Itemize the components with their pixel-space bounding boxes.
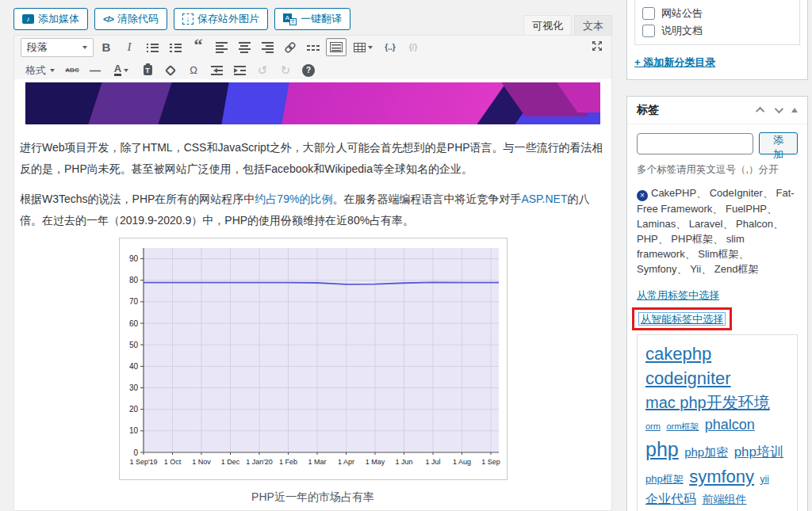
- tag-cloud: cakephp codeigniter mac php开发环境 orm orm框…: [637, 334, 798, 511]
- tag-input[interactable]: [637, 133, 753, 154]
- tag-cloud-item[interactable]: phalcon: [705, 417, 755, 433]
- tab-visual[interactable]: 可视化: [523, 15, 572, 35]
- special-char-button[interactable]: Ω: [183, 61, 204, 79]
- category-item: 网站公告: [642, 6, 799, 21]
- add-media-icon: ♪: [22, 14, 34, 24]
- paragraph-format-value: 段落: [27, 40, 48, 55]
- tag-cloud-item[interactable]: codeigniter: [645, 368, 731, 388]
- share-79-link[interactable]: 约占79%的比例: [255, 193, 332, 205]
- indent-button[interactable]: [229, 61, 250, 79]
- indent-icon: [234, 66, 246, 75]
- svg-text:1 May: 1 May: [365, 458, 385, 466]
- undo-button[interactable]: ↺: [252, 61, 273, 79]
- toolbar-toggle-button[interactable]: [326, 38, 347, 56]
- tag-cloud-item[interactable]: orm: [645, 421, 661, 431]
- formats-dropdown[interactable]: 格式: [21, 61, 59, 79]
- code-slash-icon: {/}: [409, 43, 418, 51]
- move-down-icon[interactable]: [775, 105, 783, 113]
- bullet-list-button[interactable]: [142, 38, 163, 56]
- chart-caption: PHP近一年的市场占有率: [14, 490, 611, 505]
- table-button[interactable]: [349, 38, 377, 56]
- fullscreen-icon: [591, 40, 603, 52]
- blockquote-button[interactable]: “: [188, 38, 209, 56]
- svg-text:70: 70: [128, 297, 138, 306]
- category-checkbox[interactable]: [642, 7, 655, 20]
- chevron-down-icon: [124, 69, 128, 72]
- tag-cloud-item[interactable]: cakephp: [645, 344, 711, 364]
- align-right-button[interactable]: [257, 38, 278, 56]
- outdent-button[interactable]: [206, 61, 227, 79]
- svg-text:10: 10: [128, 426, 138, 435]
- editor-content[interactable]: 进行Web项目开发，除了HTML，CSS和JavaScript之外，大部分人可能…: [13, 79, 612, 511]
- svg-text:1 Jan'20: 1 Jan'20: [246, 458, 273, 466]
- clear-formatting-button[interactable]: [160, 61, 181, 79]
- undo-icon: ↺: [258, 63, 268, 78]
- align-center-button[interactable]: [234, 38, 255, 56]
- strikethrough-button[interactable]: ABC: [62, 61, 82, 79]
- save-external-images-label: 保存站外图片: [197, 12, 259, 26]
- redo-button[interactable]: ↻: [275, 61, 296, 79]
- horizontal-rule-button[interactable]: —: [85, 61, 105, 79]
- code-block-button[interactable]: {..}: [380, 38, 400, 56]
- remove-tag-icon[interactable]: ×: [637, 190, 648, 201]
- selected-tags-list: ×CakePHP、 CodeIgniter、 Fat-Free Framewor…: [637, 185, 798, 276]
- svg-text:1 Jun: 1 Jun: [395, 458, 412, 466]
- choose-smart-tags-link[interactable]: 从智能标签中选择: [638, 312, 726, 326]
- tag-cloud-item[interactable]: 企业代码: [645, 492, 696, 505]
- tag-cloud-item[interactable]: orm框架: [666, 421, 699, 431]
- tag-cloud-item[interactable]: php培训: [734, 444, 783, 460]
- paragraph-2: 根据W3Techs的说法，PHP在所有的网站程序中约占79%的比例。在服务器端编…: [20, 189, 606, 231]
- toolbar-row-1: 段落 B I “: [14, 36, 611, 59]
- chevron-down-icon: [82, 46, 87, 49]
- tag-cloud-item[interactable]: mac php开发环境: [645, 394, 770, 411]
- tag-cloud-item[interactable]: php框架: [645, 473, 684, 485]
- bold-button[interactable]: B: [96, 38, 117, 56]
- tag-cloud-item[interactable]: yii: [760, 474, 769, 485]
- strikethrough-icon: ABC: [65, 67, 79, 74]
- tags-panel-header[interactable]: 标签: [627, 97, 807, 124]
- more-tag-button[interactable]: [303, 38, 324, 56]
- tag-cloud-item[interactable]: php加密: [684, 445, 728, 459]
- svg-text:1 Apr: 1 Apr: [337, 458, 354, 466]
- tags-panel-controls: [758, 107, 798, 113]
- save-external-images-icon: ↓: [182, 13, 193, 25]
- help-button[interactable]: ?: [298, 61, 319, 79]
- bullet-list-icon: [147, 43, 159, 52]
- tags-panel-body: 添加 多个标签请用英文逗号（,）分开 ×CakePHP、 CodeIgniter…: [627, 124, 807, 511]
- text-color-button[interactable]: A: [108, 61, 135, 79]
- aspnet-link[interactable]: ASP.NET: [521, 193, 567, 205]
- align-left-button[interactable]: [211, 38, 232, 56]
- save-external-images-button[interactable]: ↓ 保存站外图片: [174, 8, 268, 30]
- sidebar: 网站公告 说明文档 + 添加新分类目录 标签 添加 多个标签请用英文逗号（,）分…: [626, 0, 808, 511]
- svg-text:30: 30: [128, 383, 138, 392]
- add-media-button[interactable]: ♪ 添加媒体: [13, 8, 88, 30]
- tag-cloud-item[interactable]: 前端组件: [702, 493, 746, 505]
- add-category-link[interactable]: + 添加新分类目录: [634, 55, 715, 70]
- paste-as-text-button[interactable]: T: [137, 61, 158, 79]
- add-tag-button[interactable]: 添加: [759, 132, 798, 154]
- hero-image: [25, 82, 600, 124]
- choose-common-tags-link[interactable]: 从常用标签中选择: [637, 288, 719, 303]
- svg-text:1 Jul: 1 Jul: [425, 458, 440, 466]
- inline-code-button[interactable]: {/}: [403, 38, 423, 56]
- collapse-toggle-icon[interactable]: [791, 108, 798, 112]
- tag-input-row: 添加: [637, 132, 798, 154]
- tags-panel-title: 标签: [637, 103, 758, 117]
- insert-link-button[interactable]: [280, 38, 301, 56]
- tab-text[interactable]: 文本: [574, 15, 612, 35]
- toolbar-row-2: 格式 ABC — A T Ω ↺ ↻ ?: [14, 59, 611, 82]
- italic-button[interactable]: I: [119, 38, 140, 56]
- clear-code-button[interactable]: </> 清除代码: [94, 8, 167, 30]
- tag-cloud-item[interactable]: php: [645, 438, 679, 460]
- translate-button[interactable]: A 文 一键翻译: [274, 8, 350, 30]
- category-label: 网站公告: [661, 6, 703, 21]
- fullscreen-button[interactable]: [591, 40, 603, 55]
- numbered-list-button[interactable]: [165, 38, 186, 56]
- paragraph-format-select[interactable]: 段落: [21, 38, 94, 57]
- category-checkbox[interactable]: [642, 25, 655, 37]
- media-buttons-row: ♪ 添加媒体 </> 清除代码 ↓ 保存站外图片 A 文 一键翻译: [13, 8, 350, 30]
- translate-icon: A 文: [283, 13, 297, 25]
- tag-cloud-item[interactable]: symfony: [689, 467, 754, 486]
- chevron-down-icon: [368, 46, 373, 49]
- outdent-icon: [211, 66, 223, 75]
